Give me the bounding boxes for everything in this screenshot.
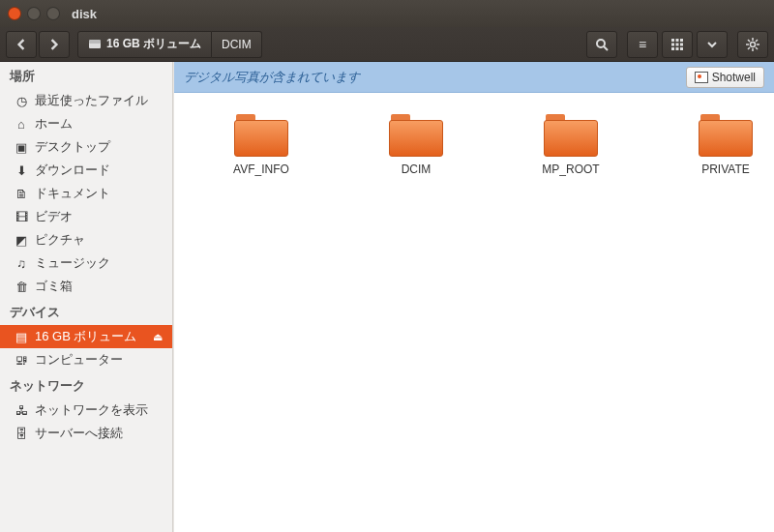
svg-rect-9 bbox=[680, 43, 683, 45]
shotwell-icon bbox=[695, 72, 708, 83]
sidebar-item-download[interactable]: ⬇ダウンロード bbox=[0, 159, 172, 182]
sidebar-item-label: ビデオ bbox=[35, 208, 73, 225]
sidebar-item-connect[interactable]: 🗄サーバーへ接続 bbox=[0, 422, 172, 445]
chevron-down-icon bbox=[707, 40, 717, 49]
svg-line-19 bbox=[756, 47, 758, 49]
eject-icon[interactable]: ⏏ bbox=[153, 331, 163, 343]
sidebar-section-header: デバイス bbox=[0, 298, 172, 325]
computer-icon: 🖳 bbox=[14, 353, 29, 368]
path-segment-label: DCIM bbox=[222, 38, 252, 51]
sidebar-item-desktop[interactable]: ▣デスクトップ bbox=[0, 135, 172, 159]
svg-rect-11 bbox=[676, 47, 679, 50]
sidebar-item-label: ドキュメント bbox=[35, 185, 110, 202]
documents-icon: 🗎 bbox=[14, 187, 29, 201]
list-icon: ≡ bbox=[639, 37, 646, 52]
svg-rect-6 bbox=[680, 39, 683, 42]
sidebar-item-label: ダウンロード bbox=[35, 162, 110, 179]
sidebar-item-drive[interactable]: ▤16 GB ボリューム⏏ bbox=[0, 325, 172, 348]
svg-rect-12 bbox=[680, 47, 683, 50]
home-icon: ⌂ bbox=[14, 117, 29, 132]
content-pane: デジタル写真が含まれています Shotwell AVF_INFODCIMMP_R… bbox=[173, 62, 774, 532]
folder-label: MP_ROOT bbox=[542, 163, 599, 176]
path-segment-dcim[interactable]: DCIM bbox=[212, 31, 262, 58]
back-button[interactable] bbox=[6, 31, 37, 58]
folder-label: AVF_INFO bbox=[233, 163, 289, 176]
icon-grid: AVF_INFODCIMMP_ROOTPRIVATE bbox=[174, 93, 774, 532]
folder-item[interactable]: PRIVATE bbox=[687, 112, 764, 176]
folder-item[interactable]: DCIM bbox=[377, 112, 455, 176]
pathbar: 16 GB ボリューム DCIM bbox=[77, 31, 582, 58]
svg-point-2 bbox=[597, 40, 605, 47]
drive-icon: ▤ bbox=[14, 330, 29, 344]
pictures-icon: ◩ bbox=[14, 233, 29, 248]
forward-button[interactable] bbox=[39, 31, 70, 58]
sidebar-item-label: コンピューター bbox=[35, 351, 123, 369]
window-maximize-button[interactable] bbox=[46, 7, 60, 20]
sidebar-item-trash[interactable]: 🗑ゴミ箱 bbox=[0, 275, 172, 298]
sidebar-item-label: デスクトップ bbox=[35, 138, 110, 156]
gear-icon bbox=[746, 38, 759, 51]
sidebar-item-pictures[interactable]: ◩ピクチャ bbox=[0, 228, 172, 251]
sidebar-item-label: ゴミ箱 bbox=[35, 278, 73, 295]
sidebar-item-videos[interactable]: 🎞ビデオ bbox=[0, 205, 172, 228]
folder-label: DCIM bbox=[402, 163, 432, 176]
window-title: disk bbox=[72, 7, 97, 21]
svg-line-20 bbox=[748, 47, 750, 49]
sidebar-item-label: 16 GB ボリューム bbox=[35, 328, 136, 345]
window-close-button[interactable] bbox=[8, 7, 21, 20]
folder-icon bbox=[234, 112, 288, 157]
infobar-message: デジタル写真が含まれています bbox=[184, 69, 360, 86]
sidebar-item-label: ミュージック bbox=[35, 254, 110, 272]
recent-icon: ◷ bbox=[14, 94, 29, 108]
svg-rect-1 bbox=[89, 40, 101, 44]
sidebar-item-music[interactable]: ♫ミュージック bbox=[0, 251, 172, 275]
drive-icon bbox=[88, 39, 102, 50]
folder-icon bbox=[544, 112, 598, 157]
sidebar-item-label: ピクチャ bbox=[35, 231, 85, 249]
connect-icon: 🗄 bbox=[14, 427, 29, 441]
view-list-button[interactable]: ≡ bbox=[627, 31, 658, 58]
sidebar-item-documents[interactable]: 🗎ドキュメント bbox=[0, 182, 172, 205]
trash-icon: 🗑 bbox=[14, 280, 29, 294]
open-shotwell-button[interactable]: Shotwell bbox=[686, 67, 764, 88]
music-icon: ♫ bbox=[14, 256, 29, 271]
videos-icon: 🎞 bbox=[14, 210, 29, 224]
sidebar-item-home[interactable]: ⌂ホーム bbox=[0, 112, 172, 135]
path-segment-volume[interactable]: 16 GB ボリューム bbox=[77, 31, 212, 58]
download-icon: ⬇ bbox=[14, 163, 29, 178]
folder-item[interactable]: MP_ROOT bbox=[532, 112, 610, 176]
network-icon: 🖧 bbox=[14, 403, 29, 418]
sidebar-item-computer[interactable]: 🖳コンピューター bbox=[0, 348, 172, 371]
sidebar-section-header: 場所 bbox=[0, 62, 172, 89]
folder-icon bbox=[389, 112, 443, 157]
window-minimize-button[interactable] bbox=[27, 7, 41, 20]
titlebar: disk bbox=[0, 0, 774, 27]
svg-rect-10 bbox=[671, 47, 674, 50]
svg-rect-5 bbox=[676, 39, 679, 42]
svg-rect-4 bbox=[671, 39, 674, 42]
path-segment-label: 16 GB ボリューム bbox=[106, 36, 201, 52]
folder-label: PRIVATE bbox=[701, 163, 750, 176]
sidebar: 場所◷最近使ったファイル⌂ホーム▣デスクトップ⬇ダウンロード🗎ドキュメント🎞ビデ… bbox=[0, 62, 173, 532]
search-icon bbox=[595, 38, 609, 51]
desktop-icon: ▣ bbox=[14, 140, 29, 155]
toolbar: 16 GB ボリューム DCIM ≡ bbox=[0, 27, 774, 62]
svg-line-3 bbox=[604, 46, 608, 50]
folder-item[interactable]: AVF_INFO bbox=[223, 112, 300, 176]
app-button-label: Shotwell bbox=[712, 71, 756, 84]
svg-point-13 bbox=[751, 42, 756, 46]
view-grid-button[interactable] bbox=[662, 31, 693, 58]
infobar: デジタル写真が含まれています Shotwell bbox=[174, 62, 774, 93]
view-options-button[interactable] bbox=[697, 31, 728, 58]
sidebar-item-label: 最近使ったファイル bbox=[35, 92, 148, 109]
sidebar-item-label: ネットワークを表示 bbox=[35, 401, 148, 419]
sidebar-item-label: サーバーへ接続 bbox=[35, 425, 123, 442]
sidebar-item-network[interactable]: 🖧ネットワークを表示 bbox=[0, 399, 172, 422]
sidebar-section-header: ネットワーク bbox=[0, 371, 172, 399]
svg-line-21 bbox=[756, 40, 758, 42]
svg-rect-8 bbox=[676, 43, 679, 45]
svg-line-18 bbox=[748, 40, 750, 42]
sidebar-item-recent[interactable]: ◷最近使ったファイル bbox=[0, 89, 172, 112]
settings-button[interactable] bbox=[737, 31, 768, 58]
search-button[interactable] bbox=[586, 31, 617, 58]
